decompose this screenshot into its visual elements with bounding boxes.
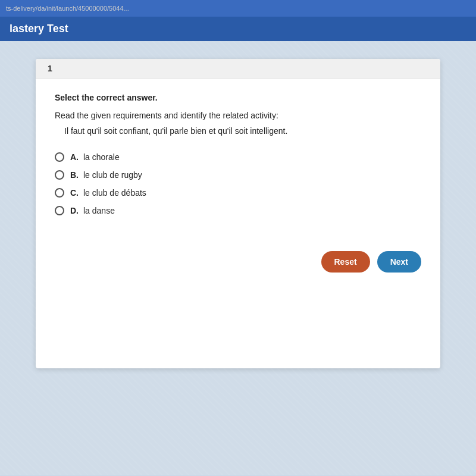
option-a[interactable]: A. la chorale	[55, 152, 421, 162]
buttons-row: Reset Next	[36, 245, 440, 287]
option-d-label: D. la danse	[70, 206, 115, 215]
radio-a[interactable]	[55, 152, 64, 162]
option-b-text: le club de rugby	[83, 170, 142, 180]
radio-b[interactable]	[55, 170, 64, 180]
option-c-text: le club de débats	[83, 188, 146, 198]
reset-button[interactable]: Reset	[321, 251, 370, 273]
option-a-text: la chorale	[83, 152, 120, 162]
french-text: Il faut qu'il soit confiant, qu'il parle…	[55, 126, 421, 136]
page-body: 1 Select the correct answer. Read the gi…	[0, 41, 476, 475]
options-list: A. la chorale B. le club de rugby C.	[55, 152, 421, 215]
radio-d[interactable]	[55, 206, 64, 215]
url-bar: ts-delivery/da/init/launch/45000000/5044…	[6, 5, 129, 12]
option-b-label: B. le club de rugby	[70, 170, 142, 180]
option-b-letter: B.	[70, 170, 79, 180]
option-d-letter: D.	[70, 206, 79, 215]
page-title: lastery Test	[10, 23, 68, 35]
option-c-label: C. le club de débats	[70, 188, 146, 198]
page-header: lastery Test	[0, 17, 476, 41]
question-number-bar: 1	[36, 59, 440, 79]
question-number: 1	[48, 64, 52, 73]
option-a-letter: A.	[70, 152, 79, 162]
question-card: 1 Select the correct answer. Read the gi…	[36, 59, 440, 368]
next-button[interactable]: Next	[377, 251, 421, 273]
option-d[interactable]: D. la danse	[55, 206, 421, 215]
option-c[interactable]: C. le club de débats	[55, 188, 421, 198]
question-content: Select the correct answer. Read the give…	[36, 79, 440, 245]
option-d-text: la danse	[83, 206, 115, 215]
browser-bar: ts-delivery/da/init/launch/45000000/5044…	[0, 0, 476, 17]
option-b[interactable]: B. le club de rugby	[55, 170, 421, 180]
prompt-text: Read the given requirements and identify…	[55, 111, 421, 120]
option-c-letter: C.	[70, 188, 79, 198]
option-a-label: A. la chorale	[70, 152, 120, 162]
instruction-text: Select the correct answer.	[55, 93, 421, 102]
radio-c[interactable]	[55, 188, 64, 198]
